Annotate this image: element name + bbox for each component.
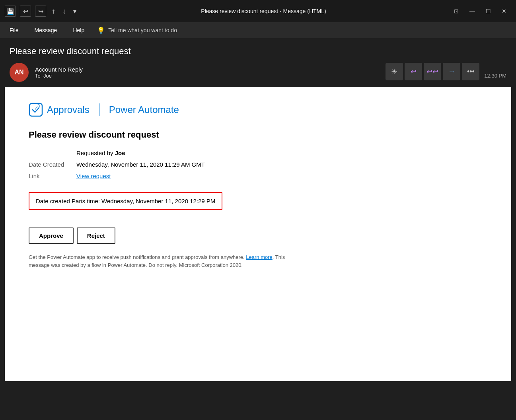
- approvals-label: Approvals: [47, 104, 90, 115]
- move-up-button[interactable]: ↑: [50, 6, 57, 17]
- field-label-link: Link: [29, 173, 76, 179]
- more-toolbar-button[interactable]: ▾: [72, 6, 78, 17]
- email-header: Please review discount request AN Accoun…: [0, 38, 516, 87]
- message-menu[interactable]: Message: [31, 25, 60, 35]
- title-bar-toolbar: 💾 ↩ ↪ ↑ ↓ ▾: [5, 6, 78, 17]
- field-value-date: Wednesday, November 11, 2020 11:29 AM GM…: [76, 161, 205, 168]
- sender-avatar: AN: [10, 63, 29, 82]
- header-divider: [99, 103, 99, 116]
- maximize-button[interactable]: ☐: [481, 4, 495, 18]
- email-subject: Please review discount request: [10, 46, 506, 56]
- view-request-link[interactable]: View request: [76, 173, 111, 179]
- redo-button[interactable]: ↪: [35, 6, 46, 17]
- reject-button[interactable]: Reject: [77, 228, 115, 244]
- approvals-logo: Approvals: [29, 103, 90, 117]
- date-paris-text: Date created Paris time: Wednesday, Nove…: [36, 198, 215, 204]
- approvals-icon: [29, 103, 43, 117]
- reply-all-button[interactable]: ↩↩: [424, 63, 441, 80]
- undo-button[interactable]: ↩: [20, 6, 31, 17]
- field-label-requested: [29, 150, 76, 156]
- footer-text: Get the Power Automate app to receive pu…: [29, 253, 299, 269]
- email-body-title: Please review discount request: [29, 130, 487, 140]
- email-timestamp: 12:30 PM: [484, 73, 506, 79]
- footer-intro: Get the Power Automate app to receive pu…: [29, 254, 246, 260]
- approval-buttons: Approve Reject: [29, 228, 487, 244]
- more-actions-button[interactable]: •••: [462, 63, 479, 80]
- menu-bar: File Message Help 💡 Tell me what you wan…: [0, 22, 516, 38]
- window-title: Please review discount request - Message…: [81, 8, 446, 14]
- link-field: Link View request: [29, 173, 487, 179]
- sender-name: Account No Reply: [35, 66, 83, 73]
- email-actions: ☀ ↩ ↩↩ → •••: [386, 63, 479, 80]
- approve-button[interactable]: Approve: [29, 228, 74, 244]
- minimize-button[interactable]: —: [465, 4, 479, 18]
- close-button[interactable]: ✕: [497, 4, 511, 18]
- date-paris-box: Date created Paris time: Wednesday, Nove…: [29, 192, 222, 210]
- field-label-date: Date Created: [29, 161, 76, 168]
- sender-info: AN Account No Reply To Joe: [10, 63, 83, 82]
- title-bar: 💾 ↩ ↪ ↑ ↓ ▾ Please review discount reque…: [0, 0, 516, 22]
- approvals-header: Approvals Power Automate: [29, 103, 487, 117]
- sender-details: Account No Reply To Joe: [35, 66, 83, 79]
- forward-button[interactable]: →: [443, 63, 460, 80]
- file-menu[interactable]: File: [6, 25, 22, 35]
- email-meta: AN Account No Reply To Joe ☀ ↩ ↩↩ → ••• …: [10, 63, 506, 87]
- window-controls: ⊡ — ☐ ✕: [449, 4, 511, 18]
- email-action-area: ☀ ↩ ↩↩ → ••• 12:30 PM: [386, 63, 506, 80]
- power-automate-label: Power Automate: [109, 104, 179, 115]
- date-created-field: Date Created Wednesday, November 11, 202…: [29, 161, 487, 168]
- search-area: 💡 Tell me what you want to do: [97, 27, 177, 34]
- email-body: Approvals Power Automate Please review d…: [5, 87, 511, 381]
- requested-by-field: Requested by Joe: [29, 150, 487, 156]
- move-down-button[interactable]: ↓: [61, 6, 68, 17]
- reply-button[interactable]: ↩: [405, 63, 422, 80]
- learn-more-link[interactable]: Learn more: [246, 254, 272, 260]
- lightbulb-icon: 💡: [97, 27, 105, 34]
- brightness-button[interactable]: ☀: [386, 63, 403, 80]
- field-value-requested: Requested by Joe: [76, 150, 125, 156]
- sender-to: To Joe: [35, 73, 83, 79]
- search-hint[interactable]: Tell me what you want to do: [108, 27, 177, 33]
- save-button[interactable]: 💾: [5, 6, 16, 17]
- restore-button[interactable]: ⊡: [449, 4, 463, 18]
- field-value-link: View request: [76, 173, 111, 179]
- help-menu[interactable]: Help: [70, 25, 88, 35]
